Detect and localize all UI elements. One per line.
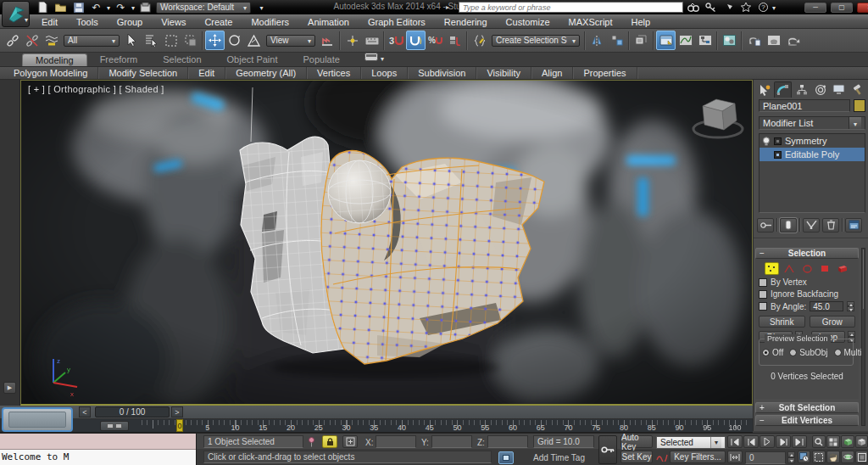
undo-flyout-arrow[interactable]: [107, 3, 110, 12]
ignore-backfacing-checkbox-row[interactable]: Ignore Backfacing: [759, 289, 859, 299]
bind-to-space-warp-icon[interactable]: [42, 31, 61, 50]
ribbon-display-mode-button[interactable]: [364, 49, 384, 64]
vertex-subobject-button[interactable]: [765, 262, 779, 275]
ribbon-panel-loops[interactable]: Loops: [361, 67, 408, 79]
open-file-button[interactable]: [53, 2, 68, 14]
isolate-selection-toggle[interactable]: [498, 451, 514, 464]
selection-rollout-header[interactable]: − Selection: [755, 248, 859, 259]
zoom-all-button[interactable]: [826, 435, 840, 448]
viewport-layout-flyout-button[interactable]: ▶: [3, 382, 16, 394]
stack-item-editable-poly[interactable]: Editable Poly: [760, 148, 865, 161]
graphite-ribbon-toggle-button[interactable]: [656, 31, 676, 50]
ignore-backfacing-checkbox[interactable]: [759, 290, 767, 299]
by-vertex-checkbox-row[interactable]: By Vertex: [759, 277, 859, 287]
rendered-frame-window-icon[interactable]: [764, 31, 783, 50]
by-vertex-checkbox[interactable]: [759, 278, 767, 287]
by-angle-spinner[interactable]: [847, 301, 854, 311]
y-coordinate-field[interactable]: [431, 435, 472, 448]
close-button[interactable]: ✕: [857, 3, 868, 13]
ribbon-panel-align[interactable]: Align: [531, 67, 573, 79]
minimize-button[interactable]: ─: [804, 3, 826, 13]
ribbon-tab-modeling[interactable]: Modeling: [22, 53, 87, 66]
track-bar[interactable]: 0510152025303540455055606570758085909510…: [0, 419, 753, 433]
infocenter-arrow-icon[interactable]: ▸: [441, 3, 454, 11]
go-to-start-button[interactable]: [727, 435, 743, 448]
show-end-result-button[interactable]: [780, 218, 797, 232]
layer-manager-icon[interactable]: [632, 31, 651, 50]
curve-editor-icon[interactable]: [676, 31, 695, 50]
selection-filter-dropdown[interactable]: All: [64, 35, 120, 47]
select-and-move-button[interactable]: [205, 31, 225, 50]
ribbon-tab-selection[interactable]: Selection: [150, 53, 214, 66]
menu-customize[interactable]: Customize: [497, 15, 559, 29]
edge-subobject-button[interactable]: [782, 262, 797, 275]
application-menu-button[interactable]: [2, 1, 30, 27]
save-file-button[interactable]: [71, 2, 86, 14]
time-configuration-button[interactable]: [798, 451, 810, 463]
menu-graph-editors[interactable]: Graph Editors: [359, 15, 435, 29]
select-and-scale-button[interactable]: [244, 31, 264, 50]
align-icon[interactable]: [607, 31, 626, 50]
set-keys-button[interactable]: [598, 435, 617, 464]
select-and-rotate-button[interactable]: [225, 31, 244, 50]
menu-help[interactable]: Help: [622, 15, 660, 29]
tab-hierarchy[interactable]: [793, 81, 810, 98]
toolbar-overflow-arrow[interactable]: [254, 2, 269, 14]
zoom-extents-button[interactable]: [841, 435, 854, 448]
zoom-button[interactable]: [812, 435, 826, 448]
open-mini-curve-editor-button[interactable]: [100, 421, 129, 431]
percent-snap-toggle-icon[interactable]: %: [426, 31, 445, 50]
render-setup-icon[interactable]: [744, 31, 764, 50]
preview-multi-radio[interactable]: [834, 349, 842, 356]
lightbulb-icon[interactable]: [762, 137, 771, 146]
go-to-end-button[interactable]: [792, 435, 807, 448]
zoom-region-button[interactable]: [812, 451, 826, 463]
stack-item-symmetry[interactable]: Symmetry: [760, 134, 865, 148]
new-file-button[interactable]: [36, 2, 50, 14]
ribbon-panel-properties[interactable]: Properties: [573, 67, 637, 79]
redo-flyout-arrow[interactable]: [131, 3, 135, 12]
ribbon-panel-modify-selection[interactable]: Modify Selection: [98, 67, 188, 79]
ribbon-panel-geometry-all[interactable]: Geometry (All): [225, 67, 307, 79]
preview-off-radio[interactable]: [762, 349, 770, 356]
menu-modifiers[interactable]: Modifiers: [242, 15, 298, 29]
select-object-icon[interactable]: [122, 31, 142, 50]
menu-group[interactable]: Group: [108, 15, 153, 29]
configure-modifier-sets-button[interactable]: [845, 218, 862, 232]
help-flyout-arrow[interactable]: [772, 3, 776, 12]
select-and-manipulate-icon[interactable]: [342, 31, 362, 50]
previous-frame-button[interactable]: [743, 435, 759, 448]
angle-snap-toggle-icon[interactable]: [406, 31, 426, 50]
previous-frame-nudge-button[interactable]: <: [79, 406, 91, 417]
reference-coordinate-system-dropdown[interactable]: View: [266, 35, 315, 47]
orbit-button[interactable]: [841, 451, 854, 463]
schematic-view-icon[interactable]: [695, 31, 715, 50]
listener-output-pane[interactable]: Welcome to M: [0, 450, 196, 465]
modifier-expand-icon[interactable]: [774, 137, 782, 145]
key-mode-toggle[interactable]: [727, 451, 743, 463]
track-bar-ruler[interactable]: 0510152025303540455055606570758085909510…: [140, 419, 753, 433]
favorites-star-icon[interactable]: [741, 3, 754, 12]
add-time-tag[interactable]: Add Time Tag: [533, 453, 585, 462]
maxscript-mini-listener[interactable]: Welcome to M: [0, 434, 197, 465]
tab-utilities[interactable]: [849, 81, 866, 98]
menu-maxscript[interactable]: MAXScript: [559, 15, 622, 29]
frame-spinner[interactable]: [787, 451, 795, 463]
remove-modifier-button[interactable]: [822, 218, 839, 232]
soft-selection-header[interactable]: + Soft Selection: [755, 402, 859, 413]
search-binoculars-icon[interactable]: [687, 3, 701, 12]
shrink-button[interactable]: Shrink: [759, 316, 805, 328]
selection-lock-toggle[interactable]: [322, 435, 337, 448]
element-subobject-button[interactable]: [836, 262, 850, 275]
ribbon-panel-subdivision[interactable]: Subdivision: [408, 67, 476, 79]
ribbon-panel-polygon-modeling[interactable]: Polygon Modeling: [3, 67, 98, 79]
preview-subobj-radio[interactable]: [789, 349, 797, 356]
select-by-name-icon[interactable]: [142, 31, 161, 50]
workspace-dropdown[interactable]: Workspace: Default: [156, 2, 251, 14]
by-angle-checkbox[interactable]: [759, 302, 767, 311]
help-icon[interactable]: ?: [759, 3, 768, 12]
render-production-icon[interactable]: [783, 31, 803, 50]
key-filters-button[interactable]: Key Filters...: [670, 451, 726, 463]
edit-vertices-header[interactable]: − Edit Vertices: [755, 415, 859, 426]
by-angle-row[interactable]: By Angle: 45.0: [759, 301, 859, 311]
